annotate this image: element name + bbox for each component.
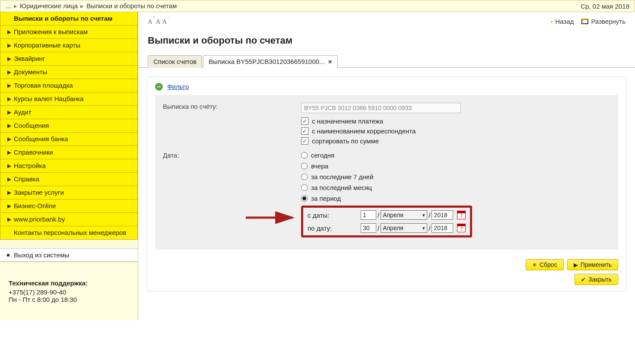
sidebar-logout-label: Выход из системы (14, 251, 69, 259)
monitor-icon (581, 19, 588, 24)
calendar-icon[interactable]: 7 (457, 224, 466, 232)
support-hours: Пн - Пт с 8:00 до 18:30 (9, 296, 129, 303)
support-title: Техническая поддержка: (9, 279, 129, 287)
to-month-select[interactable]: Апреля ▾ (381, 223, 427, 233)
collapse-icon[interactable]: – (155, 83, 163, 91)
tab-statement-detail[interactable]: Выписка BY55PJCB30120366591000... × (203, 55, 337, 68)
checkbox-counterparty[interactable]: ✓ с наименованием корреспондента (301, 127, 610, 135)
close-button[interactable]: ✔ Закрыть (575, 274, 618, 285)
breadcrumb-item[interactable]: Выписки и обороты по счетам (86, 2, 177, 9)
chevron-right-icon: ▶ (7, 162, 11, 170)
sidebar-item-label: Настройка (14, 162, 46, 169)
chevron-right-icon: ▶ (7, 108, 11, 116)
date-label: Дата: (163, 152, 301, 237)
from-month-value: Апреля (383, 212, 403, 218)
checkbox-label: с наименованием корреспондента (312, 127, 416, 135)
chevron-down-icon: ▾ (422, 212, 425, 218)
sidebar-item-14[interactable]: ▶Бизнес-Online (0, 199, 137, 213)
sidebar-item-label: www.priorbank.by (14, 215, 65, 223)
sidebar-item-label: Эквайринг (14, 55, 45, 62)
to-day-input[interactable]: 30 (361, 223, 376, 233)
sidebar-item-label: Закрытие услуги (14, 189, 64, 196)
breadcrumb-date: Ср, 02 мая 2018 (581, 3, 629, 10)
apply-button[interactable]: ▶ Применить (567, 259, 618, 270)
sidebar-item-10[interactable]: ▶Справочники (0, 146, 137, 159)
sidebar-item-3[interactable]: ▶Эквайринг (0, 52, 137, 66)
sidebar-item-2[interactable]: ▶Корпоративные карты (0, 39, 137, 52)
breadcrumb-item[interactable]: Юридические лица (20, 2, 78, 9)
sidebar-item-16[interactable]: ▶Контакты персональных менеджеров (0, 226, 137, 239)
to-year-input[interactable]: 2018 (432, 223, 453, 233)
chevron-right-icon: ▶ (7, 55, 11, 63)
font-size-control[interactable]: A+A A- (148, 17, 169, 25)
chevron-right-icon: ▸ (14, 2, 17, 9)
radio-today[interactable]: сегодня (301, 152, 610, 159)
sidebar-item-13[interactable]: ▶Закрытие услуги (0, 186, 137, 199)
sidebar-item-11[interactable]: ▶Настройка (0, 159, 137, 173)
radio-icon (301, 163, 308, 169)
sparkle-icon: ✳ (532, 262, 537, 268)
sidebar-item-12[interactable]: ▶Справка (0, 173, 137, 186)
sidebar-item-0[interactable]: ▶Выписки и обороты по счетам (0, 12, 137, 25)
sidebar-item-15[interactable]: ▶www.priorbank.by (0, 213, 137, 226)
expand-button[interactable]: Развернуть (581, 18, 625, 25)
checkbox-purpose[interactable]: ✓ с назначением платежа (301, 117, 610, 125)
chevron-right-icon: ▶ (7, 202, 11, 210)
filter-panel: – Фильтр Выписка по счёту: BY55 PJCB 301… (147, 76, 626, 291)
checkbox-icon: ✓ (301, 137, 308, 145)
chevron-down-icon: ▾ (422, 225, 425, 231)
reset-button[interactable]: ✳ Сброс (526, 259, 564, 270)
filter-toggle[interactable]: Фильтр (167, 83, 189, 90)
close-icon[interactable]: × (328, 58, 332, 65)
sidebar-item-label: Выписки и обороты по счетам (14, 15, 112, 22)
sidebar-item-label: Документы (14, 68, 47, 76)
breadcrumb-path: ... ▸ Юридические лица ▸ Выписки и оборо… (6, 2, 177, 10)
sidebar-logout[interactable]: Выход из системы (0, 249, 138, 261)
radio-yesterday[interactable]: вчера (301, 162, 610, 170)
chevron-right-icon: ▶ (7, 41, 11, 49)
radio-last-7-days[interactable]: за последние 7 дней (301, 173, 610, 180)
from-month-select[interactable]: Апреля ▾ (381, 210, 427, 220)
check-icon: ✔ (581, 276, 586, 283)
apply-label: Применить (581, 261, 612, 268)
radio-label: за последние 7 дней (311, 173, 373, 180)
sidebar-item-label: Справочники (14, 149, 53, 156)
radio-icon (301, 195, 308, 202)
chevron-right-icon: ▶ (7, 28, 11, 36)
back-button[interactable]: ‹ Назад (550, 18, 574, 25)
support-block: Техническая поддержка: +375(17) 289-90-4… (0, 262, 138, 320)
sidebar-item-label: Аудит (14, 108, 32, 116)
chevron-right-icon: ▶ (7, 95, 11, 103)
sidebar-item-1[interactable]: ▶Приложения к выпискам (0, 25, 137, 39)
tab-statement-label: Выписка BY55PJCB30120366591000... (209, 58, 325, 65)
sidebar-item-label: Сообщения (14, 122, 49, 129)
sidebar-item-8[interactable]: ▶Сообщения (0, 119, 137, 133)
tab-accounts-list[interactable]: Список счетов (148, 55, 202, 68)
sidebar-item-label: Приложения к выпискам (14, 28, 88, 35)
radio-last-month[interactable]: за последний месяц (301, 184, 610, 191)
sidebar-item-5[interactable]: ▶Торговая площадка (0, 79, 137, 92)
sidebar-item-4[interactable]: ▶Документы (0, 66, 137, 79)
chevron-right-icon: ▶ (7, 175, 11, 183)
from-year-input[interactable]: 2018 (432, 210, 453, 220)
sidebar-item-9[interactable]: ▶Сообщения банка (0, 133, 137, 146)
tabs: Список счетов Выписка BY55PJCB3012036659… (138, 55, 635, 68)
chevron-left-icon: ‹ (550, 18, 552, 25)
account-input[interactable]: BY55 PJCB 3012 0366 5910 0000 0933 (301, 103, 461, 113)
checkbox-sort-amount[interactable]: ✓ сортировать по сумме (301, 137, 610, 145)
chevron-right-icon: ▸ (80, 2, 84, 9)
period-highlight: с даты: 1 / Апреля ▾ / 2018 7 (301, 206, 472, 237)
sidebar-item-7[interactable]: ▶Аудит (0, 106, 137, 119)
breadcrumb: ... ▸ Юридические лица ▸ Выписки и оборо… (0, 0, 635, 12)
sidebar-item-6[interactable]: ▶Курсы валют Нацбанка (0, 92, 137, 106)
from-day-input[interactable]: 1 (361, 210, 376, 220)
expand-label: Развернуть (591, 18, 625, 25)
calendar-icon[interactable]: 7 (457, 211, 466, 219)
radio-period[interactable]: за период (301, 195, 610, 202)
radio-icon (301, 152, 308, 158)
checkbox-label: с назначением платежа (312, 117, 383, 125)
close-label: Закрыть (588, 276, 612, 283)
radio-icon (301, 184, 308, 191)
sidebar-item-label: Корпоративные карты (14, 41, 80, 49)
sidebar-item-label: Курсы валют Нацбанка (14, 95, 84, 102)
